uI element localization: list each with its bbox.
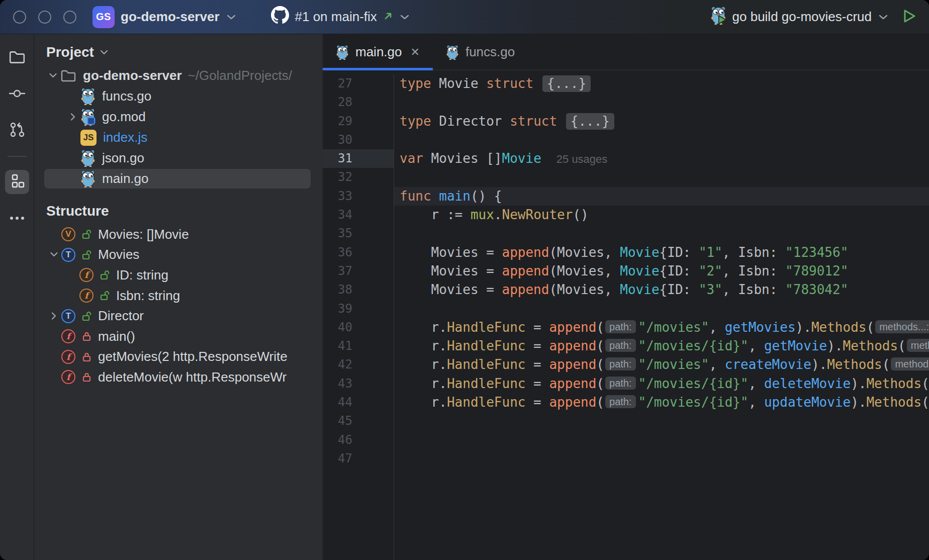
- gutter-line-number[interactable]: 33: [323, 187, 394, 206]
- close-tab-icon[interactable]: ✕: [411, 46, 420, 59]
- code-line[interactable]: r.HandleFunc = append(path:"/movies", cr…: [400, 355, 929, 374]
- structure-item[interactable]: fgetMovies(2 http.ResponseWrite: [34, 347, 323, 367]
- gutter-line-number[interactable]: 46: [323, 431, 394, 449]
- structure-item[interactable]: TMovies: [34, 245, 323, 265]
- structure-panel-title: Structure: [46, 203, 109, 219]
- code-line[interactable]: [400, 93, 929, 112]
- code-line[interactable]: r := mux.NewRouter(): [400, 206, 929, 224]
- project-panel-header[interactable]: Project: [34, 39, 323, 65]
- code-area[interactable]: 2728293031323334353637383940414243444546…: [323, 70, 929, 560]
- code-line[interactable]: r.HandleFunc = append(path:"/movies/{id}…: [400, 337, 929, 355]
- vcs-widget[interactable]: #1 on main-fix: [271, 6, 409, 28]
- expand-closed-icon[interactable]: [65, 114, 80, 120]
- code-line[interactable]: [400, 224, 929, 243]
- gutter-line-number[interactable]: 44: [323, 393, 394, 412]
- structure-item[interactable]: fIsbn: string: [34, 286, 323, 306]
- folded-code-badge[interactable]: {...}: [566, 113, 614, 130]
- code-line[interactable]: Movies = append(Movies, Movie{ID: "2", I…: [400, 262, 929, 281]
- editor-tab-main.go[interactable]: main.go✕: [323, 34, 433, 70]
- parameter-hint-badge: methods...:: [875, 320, 929, 333]
- gutter-line-number[interactable]: 38: [323, 281, 394, 299]
- project-tree: go-demo-server~/GolandProjects/funcs.gog…: [34, 65, 323, 189]
- run-button[interactable]: [901, 8, 917, 26]
- gutter-line-number[interactable]: 35: [323, 224, 394, 243]
- gutter-line-number[interactable]: 37: [323, 262, 394, 281]
- gutter-line-number[interactable]: 45: [323, 412, 394, 430]
- project-tree-item-funcs.go[interactable]: funcs.go: [34, 86, 323, 107]
- titlebar: GS go-demo-server #1 on main-fix go buil…: [0, 0, 929, 34]
- gutter-line-number[interactable]: 41: [323, 337, 394, 355]
- structure-item[interactable]: fID: string: [34, 265, 323, 286]
- minimize-window-button[interactable]: [38, 11, 51, 24]
- gutter-line-number[interactable]: 42: [323, 355, 394, 374]
- file-name: go-demo-server: [83, 68, 182, 83]
- project-path: ~/GolandProjects/: [188, 68, 292, 83]
- file-name: json.go: [102, 150, 144, 166]
- stripe-button-structure[interactable]: [5, 170, 29, 194]
- editor-tab-funcs.go[interactable]: funcs.go: [433, 34, 528, 70]
- gutter-line-number[interactable]: 30: [323, 131, 394, 149]
- stripe-button-pull-request[interactable]: [5, 119, 29, 143]
- folded-code-badge[interactable]: {...}: [542, 75, 591, 92]
- symbol-kind-icon: T: [61, 248, 75, 262]
- gutter-line-number[interactable]: 27: [323, 74, 394, 93]
- gutter-line-number[interactable]: 39: [323, 300, 394, 318]
- gutter-line-number[interactable]: 29: [323, 112, 394, 131]
- code-line[interactable]: [400, 412, 929, 430]
- gutter-line-number[interactable]: 40: [323, 318, 394, 337]
- code-line[interactable]: var Movies []Movie25 usages: [400, 149, 929, 168]
- code-line[interactable]: r.HandleFunc = append(path:"/movies/{id}…: [400, 393, 929, 412]
- code-line[interactable]: [400, 449, 929, 468]
- symbol-kind-icon: f: [61, 370, 75, 384]
- code-line[interactable]: [400, 168, 929, 186]
- project-tree-item-go-demo-server[interactable]: go-demo-server~/GolandProjects/: [34, 65, 323, 86]
- structure-item[interactable]: fdeleteMovie(w http.ResponseWr: [34, 367, 323, 388]
- symbol-label: Director: [98, 308, 144, 324]
- project-tree-item-main.go[interactable]: main.go: [34, 168, 323, 189]
- tool-window-stripe: [0, 34, 34, 560]
- run-configuration-selector[interactable]: go build go-movies-crud: [710, 6, 888, 28]
- usages-hint[interactable]: 25 usages: [556, 153, 608, 165]
- code-line[interactable]: r.HandleFunc = append(path:"/movies/{id}…: [400, 375, 929, 393]
- gutter-line-number[interactable]: 31: [323, 149, 394, 168]
- gutter-line-number[interactable]: 36: [323, 243, 394, 262]
- expand-closed-icon[interactable]: [46, 313, 61, 319]
- symbol-label: getMovies(2 http.ResponseWrite: [98, 349, 288, 364]
- chevron-down-icon: [400, 14, 409, 20]
- code-line[interactable]: [400, 131, 929, 149]
- project-selector[interactable]: GS go-demo-server: [92, 6, 236, 28]
- project-tree-item-go.mod[interactable]: go.mod: [34, 107, 323, 127]
- file-name: funcs.go: [102, 88, 151, 104]
- stripe-button-commit[interactable]: [5, 82, 29, 107]
- code-line[interactable]: Movies = append(Movies, Movie{ID: "1", I…: [400, 243, 929, 262]
- gutter-line-number[interactable]: 32: [323, 168, 394, 186]
- gutter-line-number[interactable]: 47: [323, 449, 394, 468]
- stripe-button-more[interactable]: [5, 206, 29, 230]
- expand-open-icon[interactable]: [46, 252, 61, 257]
- gutter-line-number[interactable]: 34: [323, 206, 394, 224]
- close-window-button[interactable]: [13, 11, 26, 24]
- code-line[interactable]: [400, 300, 929, 318]
- code-line[interactable]: r.HandleFunc = append(path:"/movies", ge…: [400, 318, 929, 337]
- code-line[interactable]: type Movie struct {...}: [400, 74, 929, 93]
- tab-label: funcs.go: [466, 44, 515, 60]
- vcs-branch-label: #1 on main-fix: [295, 9, 377, 25]
- code-line[interactable]: type Director struct {...}: [400, 112, 929, 131]
- project-tree-item-index.js[interactable]: JSindex.js: [34, 127, 323, 148]
- private-locked-icon: [81, 371, 92, 383]
- structure-item[interactable]: TDirector: [34, 306, 323, 326]
- gutter-line-number[interactable]: 28: [323, 93, 394, 112]
- editor-gutter[interactable]: 2728293031323334353637383940414243444546…: [323, 74, 394, 560]
- code-line[interactable]: [400, 431, 929, 449]
- gutter-line-number[interactable]: 43: [323, 375, 394, 393]
- outgoing-commits-arrow-icon: [383, 9, 393, 25]
- maximize-window-button[interactable]: [63, 11, 76, 24]
- structure-item[interactable]: VMovies: []Movie: [34, 224, 323, 245]
- code-line[interactable]: Movies = append(Movies, Movie{ID: "3", I…: [400, 281, 929, 299]
- code-editor[interactable]: type Movie struct {...}type Director str…: [394, 74, 929, 560]
- stripe-button-folder[interactable]: [5, 46, 29, 70]
- structure-item[interactable]: fmain(): [34, 326, 323, 347]
- code-line[interactable]: func main() {: [394, 187, 929, 206]
- project-tree-item-json.go[interactable]: json.go: [34, 148, 323, 168]
- expand-open-icon[interactable]: [45, 73, 60, 78]
